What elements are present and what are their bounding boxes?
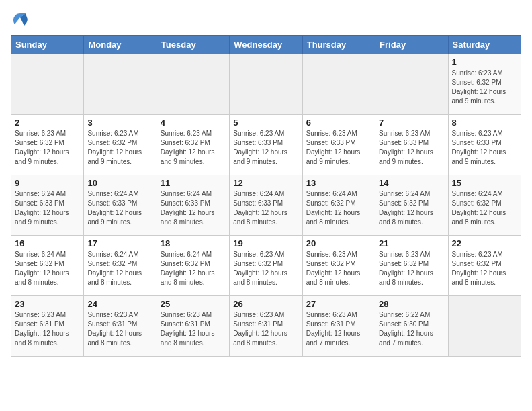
weekday-header: Monday [84, 36, 157, 54]
calendar-cell: 9Sunrise: 6:24 AMSunset: 6:33 PMDaylight… [11, 175, 84, 236]
day-info: Sunrise: 6:24 AMSunset: 6:32 PMDaylight:… [452, 189, 517, 227]
calendar-header: SundayMondayTuesdayWednesdayThursdayFrid… [11, 36, 521, 54]
weekday-header: Thursday [302, 36, 375, 54]
calendar-cell [302, 54, 375, 115]
calendar-cell: 22Sunrise: 6:23 AMSunset: 6:32 PMDayligh… [448, 236, 521, 296]
day-info: Sunrise: 6:23 AMSunset: 6:33 PMDaylight:… [306, 129, 371, 167]
day-info: Sunrise: 6:23 AMSunset: 6:32 PMDaylight:… [379, 250, 444, 287]
day-number: 4 [161, 118, 226, 128]
day-info: Sunrise: 6:24 AMSunset: 6:33 PMDaylight:… [233, 189, 298, 227]
day-number: 24 [87, 299, 152, 309]
day-number: 25 [161, 299, 226, 309]
calendar-cell: 11Sunrise: 6:24 AMSunset: 6:33 PMDayligh… [157, 175, 229, 236]
day-number: 8 [452, 118, 517, 128]
calendar-cell: 16Sunrise: 6:24 AMSunset: 6:32 PMDayligh… [11, 236, 84, 296]
day-number: 7 [379, 118, 444, 128]
day-number: 23 [15, 299, 80, 309]
calendar-cell: 6Sunrise: 6:23 AMSunset: 6:33 PMDaylight… [302, 115, 375, 175]
header [11, 11, 521, 30]
calendar-cell [375, 54, 448, 115]
day-info: Sunrise: 6:24 AMSunset: 6:32 PMDaylight:… [161, 250, 226, 287]
day-info: Sunrise: 6:24 AMSunset: 6:33 PMDaylight:… [15, 189, 80, 227]
day-info: Sunrise: 6:23 AMSunset: 6:32 PMDaylight:… [161, 129, 226, 167]
weekday-header: Friday [375, 36, 448, 54]
logo [11, 11, 32, 30]
day-info: Sunrise: 6:24 AMSunset: 6:33 PMDaylight:… [161, 189, 226, 227]
day-info: Sunrise: 6:23 AMSunset: 6:32 PMDaylight:… [87, 129, 152, 167]
calendar-cell: 19Sunrise: 6:23 AMSunset: 6:32 PMDayligh… [230, 236, 302, 296]
calendar-cell: 1Sunrise: 6:23 AMSunset: 6:32 PMDaylight… [448, 54, 521, 115]
calendar-cell [84, 54, 157, 115]
weekday-header: Wednesday [230, 36, 302, 54]
calendar-cell: 4Sunrise: 6:23 AMSunset: 6:32 PMDaylight… [157, 115, 229, 175]
day-info: Sunrise: 6:24 AMSunset: 6:33 PMDaylight:… [87, 189, 152, 227]
day-number: 5 [233, 118, 298, 128]
day-number: 19 [233, 238, 298, 248]
day-info: Sunrise: 6:23 AMSunset: 6:31 PMDaylight:… [233, 310, 298, 348]
calendar-cell: 25Sunrise: 6:23 AMSunset: 6:31 PMDayligh… [157, 296, 229, 357]
day-number: 22 [452, 238, 517, 248]
day-number: 3 [87, 118, 152, 128]
logo-icon [11, 11, 30, 30]
calendar-week-row: 2Sunrise: 6:23 AMSunset: 6:32 PMDaylight… [11, 115, 521, 175]
day-number: 14 [379, 178, 444, 188]
day-info: Sunrise: 6:24 AMSunset: 6:32 PMDaylight:… [379, 189, 444, 227]
day-number: 27 [306, 299, 371, 309]
calendar-cell: 14Sunrise: 6:24 AMSunset: 6:32 PMDayligh… [375, 175, 448, 236]
weekday-row: SundayMondayTuesdayWednesdayThursdayFrid… [11, 36, 521, 54]
calendar-cell: 20Sunrise: 6:23 AMSunset: 6:32 PMDayligh… [302, 236, 375, 296]
calendar-cell: 3Sunrise: 6:23 AMSunset: 6:32 PMDaylight… [84, 115, 157, 175]
day-number: 9 [15, 178, 80, 188]
calendar-cell [11, 54, 84, 115]
calendar-body: 1Sunrise: 6:23 AMSunset: 6:32 PMDaylight… [11, 54, 521, 357]
day-info: Sunrise: 6:23 AMSunset: 6:31 PMDaylight:… [87, 310, 152, 348]
day-number: 26 [233, 299, 298, 309]
day-number: 10 [87, 178, 152, 188]
day-number: 2 [15, 118, 80, 128]
day-info: Sunrise: 6:23 AMSunset: 6:31 PMDaylight:… [161, 310, 226, 348]
calendar-cell: 5Sunrise: 6:23 AMSunset: 6:33 PMDaylight… [230, 115, 302, 175]
day-info: Sunrise: 6:24 AMSunset: 6:32 PMDaylight:… [306, 189, 371, 227]
day-info: Sunrise: 6:23 AMSunset: 6:32 PMDaylight:… [15, 129, 80, 167]
day-info: Sunrise: 6:23 AMSunset: 6:32 PMDaylight:… [452, 250, 517, 287]
calendar-week-row: 1Sunrise: 6:23 AMSunset: 6:32 PMDaylight… [11, 54, 521, 115]
day-info: Sunrise: 6:23 AMSunset: 6:32 PMDaylight:… [233, 250, 298, 287]
calendar-cell: 13Sunrise: 6:24 AMSunset: 6:32 PMDayligh… [302, 175, 375, 236]
day-info: Sunrise: 6:23 AMSunset: 6:31 PMDaylight:… [306, 310, 371, 348]
calendar-cell: 7Sunrise: 6:23 AMSunset: 6:33 PMDaylight… [375, 115, 448, 175]
day-number: 12 [233, 178, 298, 188]
day-info: Sunrise: 6:22 AMSunset: 6:30 PMDaylight:… [379, 310, 444, 348]
calendar-cell: 23Sunrise: 6:23 AMSunset: 6:31 PMDayligh… [11, 296, 84, 357]
calendar-cell: 28Sunrise: 6:22 AMSunset: 6:30 PMDayligh… [375, 296, 448, 357]
day-number: 21 [379, 238, 444, 248]
calendar-cell: 27Sunrise: 6:23 AMSunset: 6:31 PMDayligh… [302, 296, 375, 357]
day-info: Sunrise: 6:24 AMSunset: 6:32 PMDaylight:… [15, 250, 80, 287]
calendar-cell: 18Sunrise: 6:24 AMSunset: 6:32 PMDayligh… [157, 236, 229, 296]
calendar-cell: 15Sunrise: 6:24 AMSunset: 6:32 PMDayligh… [448, 175, 521, 236]
day-number: 1 [452, 57, 517, 67]
day-number: 18 [161, 238, 226, 248]
calendar-cell: 8Sunrise: 6:23 AMSunset: 6:33 PMDaylight… [448, 115, 521, 175]
weekday-header: Sunday [11, 36, 84, 54]
day-info: Sunrise: 6:23 AMSunset: 6:33 PMDaylight:… [233, 129, 298, 167]
day-number: 20 [306, 238, 371, 248]
calendar-cell: 26Sunrise: 6:23 AMSunset: 6:31 PMDayligh… [230, 296, 302, 357]
day-number: 16 [15, 238, 80, 248]
day-info: Sunrise: 6:23 AMSunset: 6:33 PMDaylight:… [379, 129, 444, 167]
day-number: 6 [306, 118, 371, 128]
day-number: 11 [161, 178, 226, 188]
calendar-cell: 2Sunrise: 6:23 AMSunset: 6:32 PMDaylight… [11, 115, 84, 175]
calendar-cell [157, 54, 229, 115]
weekday-header: Tuesday [157, 36, 229, 54]
day-info: Sunrise: 6:23 AMSunset: 6:31 PMDaylight:… [15, 310, 80, 348]
day-number: 15 [452, 178, 517, 188]
calendar-cell: 12Sunrise: 6:24 AMSunset: 6:33 PMDayligh… [230, 175, 302, 236]
calendar: SundayMondayTuesdayWednesdayThursdayFrid… [11, 35, 521, 357]
calendar-week-row: 16Sunrise: 6:24 AMSunset: 6:32 PMDayligh… [11, 236, 521, 296]
calendar-cell: 24Sunrise: 6:23 AMSunset: 6:31 PMDayligh… [84, 296, 157, 357]
calendar-cell [230, 54, 302, 115]
day-number: 28 [379, 299, 444, 309]
calendar-cell: 17Sunrise: 6:24 AMSunset: 6:32 PMDayligh… [84, 236, 157, 296]
calendar-cell [448, 296, 521, 357]
weekday-header: Saturday [448, 36, 521, 54]
